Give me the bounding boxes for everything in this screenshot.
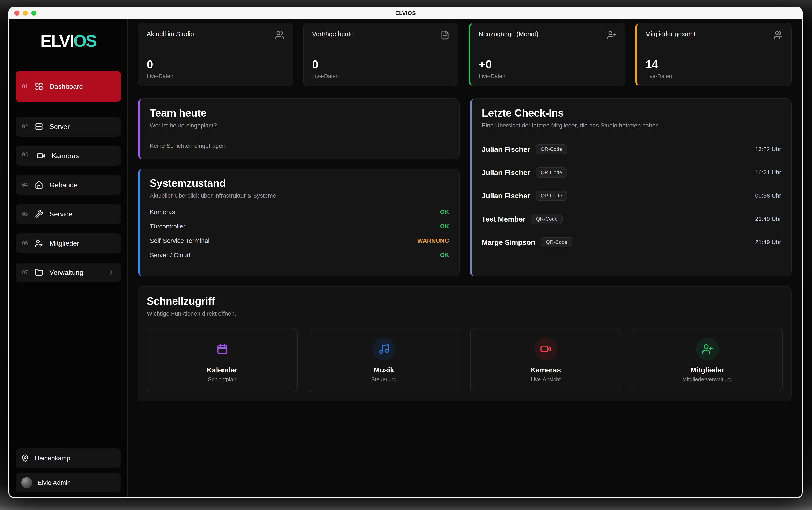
stat-caption: Live-Daten — [479, 73, 616, 80]
member-name: Test Member — [482, 215, 525, 223]
member-name: Julian Fischer — [482, 169, 530, 177]
card-subtitle: Eine Übersicht der letzten Mitglieder, d… — [482, 122, 781, 129]
quick-label: Musik — [374, 366, 394, 374]
checkin-time: 16:21 Uhr — [755, 169, 781, 176]
sidebar-item-dashboard[interactable]: 01 Dashboard — [16, 71, 121, 102]
video-camera-icon — [37, 152, 45, 160]
system-label: Türcontroller — [150, 223, 185, 230]
nav-number: 04 — [22, 182, 35, 188]
sidebar-item-kameras[interactable]: 03 Kameras — [16, 146, 121, 166]
status-badge: OK — [440, 209, 449, 215]
wrench-icon — [35, 210, 43, 218]
quick-label: Kalender — [207, 366, 238, 374]
system-status-list: Kameras OK Türcontroller OK Self-Service… — [150, 208, 449, 260]
system-status-row: Kameras OK — [150, 208, 449, 216]
sidebar-item-server[interactable]: 02 Server — [16, 117, 121, 137]
app-window: ELVIOS ELVIOS 01 Dashboard — [8, 7, 803, 498]
quick-card-kameras[interactable]: Kameras Live-Ansicht — [470, 328, 621, 392]
nav-number: 07 — [22, 269, 35, 275]
logo-text-os: OS — [74, 31, 96, 50]
sidebar-nav: 01 Dashboard 02 Server 0 — [16, 71, 121, 282]
user-label: Elvio Admin — [38, 479, 71, 486]
card-subtitle: Wer ist heute eingeplant? — [150, 122, 449, 129]
quick-sublabel: Steuerung — [371, 376, 397, 383]
stat-value: +0 — [479, 59, 616, 70]
chevron-right-icon — [108, 269, 115, 276]
stat-title: Aktuell im Studio — [147, 30, 194, 38]
music-icon — [373, 337, 396, 360]
system-label: Self-Service Terminal — [150, 237, 209, 244]
status-badge: WARNUNG — [417, 237, 449, 244]
quick-card-kalender[interactable]: Kalender Schichtplan — [147, 328, 297, 392]
member-name: Marge Simpson — [482, 238, 535, 246]
nav-label: Service — [50, 210, 72, 218]
folder-icon — [35, 268, 43, 277]
nav-number: 01 — [22, 84, 35, 89]
user-gear-icon — [35, 239, 43, 247]
checkin-row: Julian Fischer QR-Code 16:22 Uhr — [482, 143, 781, 156]
section-title: Schnellzugriff — [147, 295, 783, 307]
card-subtitle: Aktueller Überblick über Infrastruktur &… — [150, 192, 449, 199]
sidebar-item-service[interactable]: 05 Service — [16, 204, 121, 224]
member-name: Julian Fischer — [482, 145, 530, 153]
nav-number: 06 — [22, 240, 35, 246]
stat-value: 0 — [147, 59, 284, 70]
checkin-row: Marge Simpson QR-Code 21:49 Uhr — [482, 236, 781, 249]
users-icon — [275, 30, 284, 40]
card-title: Team heute — [150, 107, 449, 119]
system-status-row: Self-Service Terminal WARNUNG — [150, 236, 449, 245]
sidebar-item-mitglieder[interactable]: 06 Mitglieder — [16, 233, 121, 253]
card-title: Letzte Check-Ins — [482, 107, 781, 119]
stat-card-aktuell-im-studio: Aktuell im Studio 0 Live-Daten — [138, 23, 293, 86]
stat-caption: Live-Daten — [147, 73, 284, 80]
avatar — [21, 477, 32, 488]
systemzustand-card: Systemzustand Aktueller Überblick über I… — [138, 169, 460, 276]
system-label: Kameras — [150, 208, 175, 216]
quick-sublabel: Mitgliederverwaltung — [682, 376, 732, 383]
card-title: Systemzustand — [150, 177, 449, 189]
nav-label: Verwaltung — [50, 269, 83, 276]
checkin-row: Julian Fischer QR-Code 09:58 Uhr — [482, 189, 781, 203]
quick-sublabel: Live-Ansicht — [531, 376, 561, 383]
system-status-row: Server / Cloud OK — [150, 251, 449, 260]
home-icon — [35, 181, 43, 189]
quick-access-cards: Kalender Schichtplan Musik Steuerung — [147, 328, 783, 392]
status-badge: OK — [440, 252, 449, 259]
sidebar-item-verwaltung[interactable]: 07 Verwaltung — [16, 263, 121, 282]
location-chip[interactable]: Heinenkamp — [16, 449, 121, 468]
app-content: ELVIOS 01 Dashboard 02 — [9, 19, 802, 497]
stats-row: Aktuell im Studio 0 Live-Daten Verträge … — [138, 23, 792, 86]
window-titlebar: ELVIOS — [9, 8, 802, 19]
system-label: Server / Cloud — [150, 251, 190, 259]
qr-code-badge: QR-Code — [535, 191, 567, 201]
qr-code-badge: QR-Code — [531, 214, 562, 224]
checkin-time: 21:49 Uhr — [755, 239, 781, 246]
quick-card-mitglieder[interactable]: Mitglieder Mitgliederverwaltung — [632, 328, 783, 392]
sidebar-item-gebaeude[interactable]: 04 Gebäude — [16, 175, 121, 195]
qr-code-badge: QR-Code — [535, 168, 567, 178]
logo: ELVIOS — [16, 19, 121, 54]
stat-title: Neuzugänge (Monat) — [479, 30, 539, 38]
nav-label: Mitglieder — [50, 239, 79, 247]
user-plus-icon — [607, 30, 616, 40]
nav-label: Kameras — [52, 152, 79, 160]
layout-dashboard-icon — [35, 82, 43, 91]
checkin-list: Julian Fischer QR-Code 16:22 Uhr Julian … — [482, 143, 781, 249]
stat-caption: Live-Daten — [645, 73, 783, 80]
quick-card-musik[interactable]: Musik Steuerung — [309, 328, 459, 392]
file-text-icon — [440, 30, 450, 40]
desktop-background: ELVIOS ELVIOS 01 Dashboard — [0, 0, 812, 510]
stat-card-neuzugaenge: Neuzugänge (Monat) +0 Live-Daten — [469, 23, 625, 86]
nav-label: Gebäude — [50, 181, 78, 189]
user-plus-icon — [696, 337, 719, 360]
server-icon — [35, 122, 43, 131]
video-camera-icon — [534, 337, 557, 360]
checkin-time: 09:58 Uhr — [755, 192, 781, 199]
sidebar: ELVIOS 01 Dashboard 02 — [9, 19, 128, 497]
quick-sublabel: Schichtplan — [208, 376, 236, 383]
stat-value: 0 — [312, 59, 450, 70]
user-chip[interactable]: Elvio Admin — [16, 473, 121, 492]
stat-caption: Live-Daten — [312, 73, 450, 80]
member-name: Julian Fischer — [482, 192, 530, 200]
middle-row: Team heute Wer ist heute eingeplant? Kei… — [138, 98, 792, 276]
